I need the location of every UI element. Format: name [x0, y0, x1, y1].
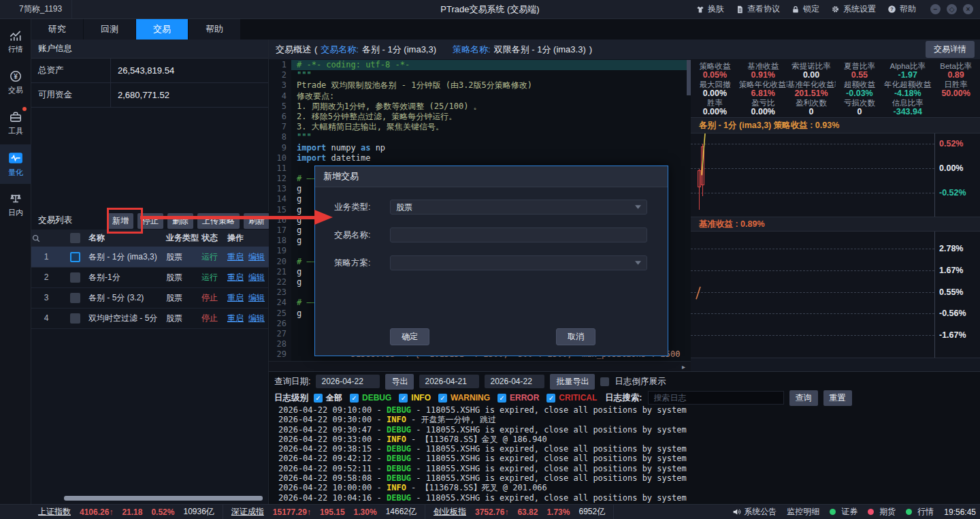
- table-search-cell[interactable]: [31, 234, 61, 243]
- index-name[interactable]: 深证成指: [231, 506, 264, 518]
- query-date-input[interactable]: 2026-04-22: [316, 375, 380, 388]
- titlebar-action-gear[interactable]: 系统设置: [831, 3, 876, 15]
- row-checkbox-cell: [61, 272, 88, 283]
- titlebar-action-lock[interactable]: 锁定: [791, 3, 819, 15]
- row-checkbox[interactable]: [70, 293, 80, 303]
- status-dot: [830, 509, 836, 515]
- stat-value: 201.51%: [787, 89, 836, 98]
- cancel-button[interactable]: 取消: [556, 328, 595, 345]
- stat-value: 0.00%: [691, 108, 739, 116]
- tab-交易[interactable]: 交易: [136, 19, 189, 40]
- log-level-checkbox[interactable]: ✓: [546, 394, 555, 403]
- header-checkbox[interactable]: [70, 233, 80, 243]
- row-name: 各别-1分: [88, 272, 166, 283]
- row-checkbox[interactable]: [70, 272, 80, 283]
- strategy-return-chart: 0.52%0.00%-0.52%: [691, 133, 980, 217]
- row-index: 3: [31, 293, 61, 302]
- row-actions: 重启编辑: [227, 272, 269, 283]
- log-output[interactable]: 2026-04-22 09:10:00 - DEBUG - 118055.XSH…: [269, 405, 980, 503]
- tab-帮助[interactable]: 帮助: [189, 19, 241, 40]
- close-window-button[interactable]: ×: [963, 4, 973, 14]
- line-number: 10: [269, 153, 287, 163]
- row-actions: 重启编辑: [227, 251, 269, 263]
- log-level-checkbox[interactable]: ✓: [438, 394, 447, 403]
- table-row[interactable]: 3各别 - 5分 (3.2)股票停止重启编辑: [31, 287, 269, 309]
- index-name[interactable]: 创业板指: [434, 506, 466, 518]
- business-type-select[interactable]: 股票: [390, 200, 647, 215]
- stat-cell: 夏普比率0.55: [836, 61, 884, 80]
- action-link-编辑[interactable]: 编辑: [248, 313, 265, 324]
- user-name: 7简称_1193: [19, 3, 62, 15]
- table-row[interactable]: 4双均时空过滤 - 5分股票停止重启编辑: [31, 308, 269, 329]
- action-link-重启[interactable]: 重启: [227, 313, 244, 324]
- sidebar-item-交易[interactable]: ¥交易: [0, 63, 31, 102]
- tab-研究[interactable]: 研究: [31, 19, 84, 40]
- sidebar-item-label: 量化: [8, 168, 23, 178]
- action-link-重启[interactable]: 重启: [227, 251, 244, 263]
- action-link-编辑[interactable]: 编辑: [248, 272, 265, 283]
- log-level-checkbox[interactable]: ✓: [350, 394, 359, 403]
- code-token: # ——: [297, 257, 316, 266]
- statusbar-item-行情[interactable]: 行情: [906, 506, 934, 518]
- log-level-checkbox[interactable]: ✓: [399, 394, 408, 403]
- log-level-checkbox[interactable]: ✓: [497, 394, 506, 403]
- sidebar-item-行情[interactable]: 行情: [0, 22, 31, 61]
- batch-export-button[interactable]: 批量导出: [550, 374, 595, 390]
- editor-hscrollbar[interactable]: ▸: [269, 361, 691, 371]
- clock: 19:56:45: [944, 507, 976, 517]
- action-link-重启[interactable]: 重启: [227, 272, 244, 283]
- statusbar-item-系统公告[interactable]: 系统公告: [732, 506, 777, 518]
- right-panel-bottom: [691, 358, 980, 371]
- sidebar-item-label: 工具: [8, 126, 23, 136]
- row-checkbox[interactable]: [70, 313, 80, 324]
- titlebar-action-label: 帮助: [900, 3, 916, 15]
- stat-value: -1.97: [883, 71, 932, 80]
- action-link-编辑[interactable]: 编辑: [248, 251, 265, 263]
- index-name[interactable]: 上证指数: [38, 506, 71, 518]
- export-button[interactable]: 导出: [385, 374, 414, 390]
- reverse-order-checkbox[interactable]: [600, 377, 609, 386]
- action-link-编辑[interactable]: 编辑: [248, 292, 265, 304]
- table-row[interactable]: 2各别-1分股票运行重启编辑: [31, 267, 269, 288]
- query-button[interactable]: 查询: [789, 390, 818, 406]
- speaker-icon: [732, 507, 741, 516]
- trade-name-input[interactable]: [390, 227, 647, 242]
- row-checkbox[interactable]: [70, 252, 80, 262]
- minimize-window-button[interactable]: −: [930, 4, 941, 14]
- code-line: 修改要点:: [297, 91, 691, 101]
- statusbar-item-监控明细[interactable]: 监控明细: [787, 506, 819, 518]
- reset-button[interactable]: 重置: [823, 390, 852, 406]
- left-hscrollbar-thumb[interactable]: [64, 496, 263, 501]
- statusbar-item-期货[interactable]: 期货: [868, 506, 896, 518]
- titlebar-action-shirt[interactable]: 换肤: [696, 3, 724, 15]
- line-number: 1: [269, 60, 287, 70]
- stat-value: 0.00%: [691, 89, 739, 98]
- benchmark-chart-title-text: 基准收益 : 0.89%: [699, 219, 765, 230]
- titlebar-action-help[interactable]: ?帮助: [887, 3, 916, 15]
- titlebar-action-doc[interactable]: 查看协议: [736, 3, 780, 15]
- tab-回测[interactable]: 回测: [84, 19, 136, 40]
- row-index: 4: [31, 313, 61, 323]
- sidebar-item-量化[interactable]: 量化: [0, 144, 31, 184]
- log-search-input[interactable]: [648, 391, 784, 405]
- code-token: g: [297, 194, 301, 204]
- date-to-input[interactable]: 2026-04-22: [485, 375, 544, 388]
- chart-icon: [9, 29, 22, 42]
- trade-detail-button[interactable]: 交易详情: [926, 41, 975, 58]
- titlebar-actions: 换肤查看协议锁定系统设置?帮助−◇×: [696, 3, 980, 15]
- code-line: 3. 大幅精简日志输出, 聚焦关键信号。: [297, 122, 691, 132]
- statusbar-item-证券[interactable]: 证券: [830, 506, 858, 518]
- restore-window-button[interactable]: ◇: [947, 4, 957, 14]
- log-level-checkbox[interactable]: ✓: [314, 394, 323, 403]
- stat-value: [932, 108, 980, 116]
- user-info[interactable]: 7简称_1193: [0, 0, 72, 18]
- action-link-重启[interactable]: 重启: [227, 292, 244, 304]
- sidebar-item-日内[interactable]: 日内: [0, 185, 31, 225]
- sidebar-item-工具[interactable]: 工具: [0, 104, 31, 143]
- table-row[interactable]: 1各别 - 1分 (ima3,3)股票运行重启编辑: [31, 247, 269, 268]
- confirm-button[interactable]: 确定: [390, 328, 429, 345]
- log-level-name: DEBUG: [362, 393, 391, 403]
- axis-tick-label: 1.67%: [939, 266, 963, 275]
- date-from-input[interactable]: 2026-04-21: [419, 375, 479, 388]
- strategy-plan-select[interactable]: [390, 255, 647, 270]
